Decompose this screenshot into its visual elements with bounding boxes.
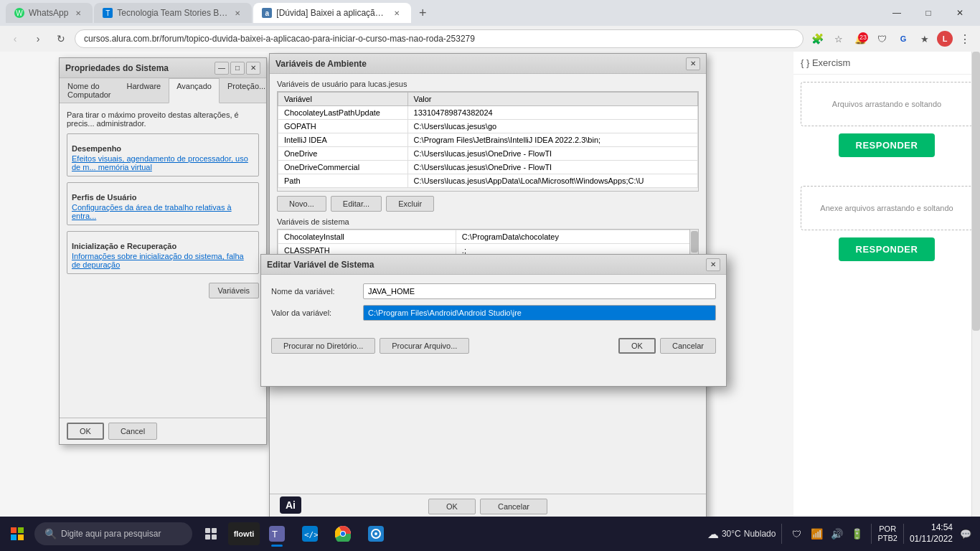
variaveis-button[interactable]: Variáveis (209, 283, 259, 298)
avatar-icon[interactable]: L (937, 31, 953, 47)
tab-close-alura[interactable]: ✕ (391, 7, 402, 19)
tab-avancado[interactable]: Avançado (169, 78, 220, 103)
user-var-row-2[interactable]: GOPATH C:\Users\lucas.jesus\go (278, 120, 698, 133)
tab-hardware[interactable]: Hardware (119, 78, 169, 103)
tab-favicon-alura: a (262, 8, 272, 18)
user-var-row-3[interactable]: IntelliJ IDEA C:\Program Files\JetBrains… (278, 133, 698, 147)
usuario-title: Perfis de Usuário (72, 193, 254, 202)
editar-close[interactable]: ✕ (706, 258, 720, 271)
sys-props-ok[interactable]: OK (67, 423, 104, 440)
tab-nome-computador[interactable]: Nome do Computador (60, 78, 119, 103)
app6-icon (368, 526, 384, 542)
adguard-icon[interactable]: 🛡 (872, 29, 891, 48)
network-icon[interactable]: 📶 (808, 525, 825, 542)
user-var-name-4: OneDrive (278, 147, 408, 161)
language-indicator[interactable]: POR PTB2 (877, 524, 897, 543)
weather-widget[interactable]: ☁ 30°C Nublado (707, 527, 776, 541)
user-editar-button[interactable]: Editar... (331, 196, 382, 212)
battery-icon[interactable]: 🔋 (848, 525, 865, 542)
shield-icon[interactable]: 🛡 (788, 525, 805, 542)
bookmark2-icon[interactable]: ★ (915, 29, 934, 48)
taskbar-app-6[interactable] (360, 518, 392, 550)
inicializacao-section: Inicialização e Recuperação Informações … (67, 231, 259, 274)
taskbar-chrome[interactable] (327, 518, 359, 550)
tab-alura[interactable]: a [Dúvida] Baixei a aplicação para... ✕ (253, 3, 411, 23)
sys-props-minimize[interactable]: — (215, 62, 229, 75)
sys-var-row-1[interactable]: ChocolateyInstall C:\ProgramData\chocola… (278, 230, 698, 244)
procurar-arquivo-button[interactable]: Procurar Arquivo... (380, 338, 469, 354)
variaveis-footer: OK Cancelar (270, 494, 706, 519)
inicializacao-link[interactable]: Informações sobre inicialização do siste… (72, 252, 244, 269)
usuario-link[interactable]: Configurações da área de trabalho relati… (72, 203, 232, 220)
tab-whatsapp[interactable]: W WhatsApp ✕ (6, 3, 93, 23)
sys-props-close[interactable]: ✕ (246, 62, 260, 75)
user-novo-button[interactable]: Novo... (277, 196, 326, 212)
svg-text:T: T (272, 529, 278, 540)
flowti-brand-icon: flowti (228, 522, 260, 545)
notification-center-icon[interactable]: 💬 (957, 525, 974, 542)
responder-button-1[interactable]: RESPONDER (839, 133, 936, 157)
svg-rect-0 (11, 527, 17, 533)
sys-props-cancel[interactable]: Cancel (108, 423, 157, 440)
desempenho-section: Desempenho Efeitos visuais, agendamento … (67, 133, 259, 176)
taskbar-clock[interactable]: 14:54 01/11/2022 (910, 522, 953, 545)
tab-close-teams[interactable]: ✕ (232, 7, 243, 19)
variaveis-ok-button[interactable]: OK (428, 499, 476, 514)
back-button[interactable]: ‹ (6, 29, 24, 48)
minimize-button[interactable]: — (882, 0, 911, 26)
tab-protecao[interactable]: Proteção... (220, 78, 273, 103)
tab-nome-label: Nome do Computador (67, 82, 111, 99)
user-var-row-6[interactable]: Path C:\Users\lucas.jesus\AppData\Local\… (278, 174, 698, 188)
bookmark-icon[interactable]: ☆ (829, 29, 848, 48)
refresh-button[interactable]: ↻ (52, 29, 70, 48)
menu-icon[interactable]: ⋮ (956, 29, 974, 48)
close-window-button[interactable]: ✕ (946, 0, 974, 26)
editar-nome-input[interactable] (363, 283, 716, 299)
search-icon: 🔍 (44, 528, 57, 540)
forward-button[interactable]: › (29, 29, 47, 48)
sys-props-maximize[interactable]: □ (230, 62, 245, 75)
taskbar-teams[interactable]: T (261, 518, 293, 550)
responder-button-2[interactable]: RESPONDER (839, 237, 936, 261)
user-excluir-button[interactable]: Excluir (386, 196, 434, 212)
url-bar[interactable]: cursos.alura.com.br/forum/topico-duvida-… (75, 29, 804, 48)
task-view-icon (205, 528, 217, 540)
user-var-row-4[interactable]: OneDrive C:\Users\lucas.jesus\OneDrive -… (278, 147, 698, 161)
right-scrollbar[interactable] (971, 52, 980, 517)
taskbar-search[interactable]: 🔍 Digite aqui para pesquisar (34, 522, 192, 545)
editar-valor-input[interactable] (363, 305, 716, 321)
editar-ok-button[interactable]: OK (618, 338, 656, 354)
lang-text-1: POR (877, 524, 897, 534)
sys-props-tabs: Nome do Computador Hardware Avançado Pro… (60, 78, 266, 103)
tab-teams[interactable]: T Tecnologia Team Stories Board - ✕ (94, 3, 252, 23)
user-var-name-1: ChocolateyLastPathUpdate (278, 106, 408, 120)
tab-label-alura: [Dúvida] Baixei a aplicação para... (276, 8, 387, 18)
user-var-val-4: C:\Users\lucas.jesus\OneDrive - FlowTI (407, 147, 697, 161)
chrome-icon (335, 526, 351, 542)
procurar-diretorio-button[interactable]: Procurar no Diretório... (271, 338, 375, 354)
tab-favicon-whatsapp: W (14, 8, 24, 18)
svg-rect-4 (205, 528, 210, 533)
editar-valor-row: Valor da variável: (271, 305, 716, 321)
sys-props-body: Para tirar o máximo proveito destas alte… (60, 103, 266, 309)
start-button[interactable] (0, 517, 34, 551)
svg-text:</>: </> (304, 530, 318, 540)
taskbar-vscode[interactable]: </> (294, 518, 326, 550)
profile-icon[interactable]: 23 🔔 (851, 29, 870, 48)
new-tab-button[interactable]: + (413, 3, 433, 23)
taskbar-flowti[interactable]: flowti (228, 518, 260, 550)
grammarly-icon[interactable]: G (894, 29, 913, 48)
user-var-row-5[interactable]: OneDriveCommercial C:\Users\lucas.jesus\… (278, 161, 698, 174)
speaker-icon[interactable]: 🔊 (828, 525, 845, 542)
variaveis-close[interactable]: ✕ (686, 57, 700, 70)
editar-cancel-button[interactable]: Cancelar (660, 338, 716, 354)
user-var-row-1[interactable]: ChocolateyLastPathUpdate 133104789874382… (278, 106, 698, 120)
taskbar-right: ☁ 30°C Nublado 🛡 📶 🔊 🔋 POR PTB2 14:54 01… (707, 522, 980, 545)
variaveis-cancel-button[interactable]: Cancelar (480, 499, 547, 514)
taskbar-task-view[interactable] (195, 518, 227, 550)
maximize-button[interactable]: □ (914, 0, 943, 26)
extensions-icon[interactable]: 🧩 (808, 29, 826, 48)
tab-close-whatsapp[interactable]: ✕ (72, 7, 84, 19)
sys-var-val-1: C:\ProgramData\chocolatey (456, 230, 697, 244)
desempenho-link[interactable]: Efeitos visuais, agendamento de processa… (72, 154, 248, 171)
